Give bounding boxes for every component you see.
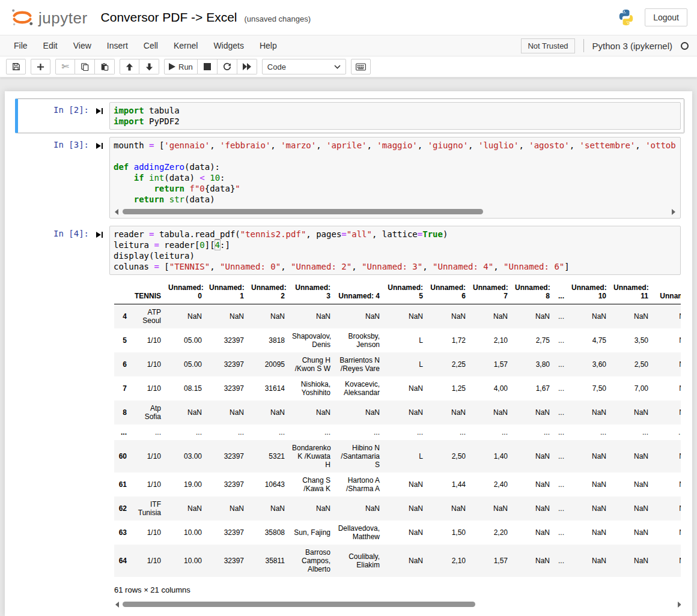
- table-row: 601/1003.00323975321Bondarenko K /Kuwata…: [114, 440, 681, 473]
- restart-icon: [223, 62, 231, 71]
- menu-kernel[interactable]: Kernel: [166, 36, 205, 55]
- menu-insert[interactable]: Insert: [99, 36, 136, 55]
- code-cell[interactable]: In [3]:mounth = ['gennaio', 'febbraio', …: [15, 133, 684, 222]
- table-cell: NaN: [511, 521, 553, 545]
- row-index: 8: [114, 400, 130, 424]
- dataframe-scroll-container[interactable]: TENNISUnnamed: 0Unnamed: 1Unnamed: 2Unna…: [114, 280, 681, 577]
- table-cell: NaN: [288, 400, 334, 424]
- table-cell: 1,40: [469, 440, 511, 473]
- run-cell-icon[interactable]: [89, 106, 109, 116]
- table-cell: ...: [288, 424, 334, 440]
- code-cell[interactable]: In [2]:import tabulaimport PyPDF2: [15, 98, 684, 133]
- table-cell: ...: [469, 424, 511, 440]
- table-cell: ...: [553, 497, 568, 521]
- logout-button[interactable]: Logout: [645, 8, 687, 26]
- table-cell: NaN: [205, 304, 248, 329]
- table-cell: NaN: [568, 440, 610, 473]
- table-cell: Chung H /Kwon S W: [288, 352, 334, 376]
- menu-file[interactable]: File: [6, 36, 35, 55]
- cell-input-row: In [2]:import tabulaimport PyPDF2: [21, 102, 681, 130]
- table-cell: ...: [553, 424, 568, 440]
- table-cell: NaN: [610, 521, 652, 545]
- scroll-thumb[interactable]: [123, 602, 475, 607]
- code-editor[interactable]: mounth = ['gennaio', 'febbraio', 'marzo'…: [109, 137, 681, 219]
- table-cell: 7,00: [610, 376, 652, 400]
- input-prompt: In [4]:: [53, 229, 89, 238]
- table-cell: N: [652, 400, 681, 424]
- row-index: 64: [114, 545, 130, 577]
- table-cell: NaN: [288, 497, 334, 521]
- table-cell: ...: [553, 328, 568, 352]
- code-cell[interactable]: In [4]:reader = tabula.read_pdf("tennis2…: [15, 222, 684, 615]
- run-bar-icon: [102, 143, 103, 149]
- table-cell: NaN: [165, 497, 205, 521]
- add-cell-button[interactable]: [31, 59, 50, 74]
- scroll-left-arrow-icon[interactable]: [115, 602, 119, 608]
- output-area: TENNISUnnamed: 0Unnamed: 1Unnamed: 2Unna…: [109, 277, 681, 612]
- notebook-title[interactable]: Conversor PDF -> Excel: [101, 10, 237, 25]
- scroll-right-arrow-icon[interactable]: [672, 209, 675, 215]
- table-cell: NaN: [610, 400, 652, 424]
- move-up-button[interactable]: [120, 59, 139, 74]
- checkpoint-status: (unsaved changes): [245, 14, 311, 23]
- restart-run-all-button[interactable]: [237, 59, 257, 74]
- menu-widgets[interactable]: Widgets: [205, 36, 252, 55]
- table-cell: NaN: [205, 497, 248, 521]
- scroll-thumb[interactable]: [123, 209, 483, 214]
- menu-view[interactable]: View: [65, 36, 99, 55]
- not-trusted-badge[interactable]: Not Trusted: [521, 38, 574, 53]
- run-cell-icon[interactable]: [89, 140, 109, 151]
- table-cell: NaN: [469, 497, 511, 521]
- table-cell: N: [652, 521, 681, 545]
- table-cell: 1,25: [427, 376, 469, 400]
- run-button[interactable]: Run: [164, 59, 198, 74]
- table-row: 71/1008.153239731614Nishioka, YoshihitoK…: [114, 376, 681, 400]
- table-cell: ...: [553, 473, 568, 497]
- table-cell: 10.00: [165, 545, 205, 577]
- command-palette-button[interactable]: [351, 59, 371, 74]
- scroll-left-arrow-icon[interactable]: [115, 209, 118, 215]
- table-cell: Coulibaly, Eliakim: [334, 545, 383, 577]
- menu-edit[interactable]: Edit: [35, 36, 65, 55]
- menu-help[interactable]: Help: [252, 36, 285, 55]
- table-cell: NaN: [248, 497, 288, 521]
- code-editor-hscrollbar[interactable]: [114, 208, 677, 216]
- kernel-name: Python 3 (ipykernel): [592, 41, 672, 51]
- table-cell: 31614: [248, 376, 288, 400]
- table-cell: NaN: [568, 473, 610, 497]
- cell-type-select[interactable]: Code: [262, 59, 346, 74]
- copy-button[interactable]: [75, 59, 95, 74]
- restart-kernel-button[interactable]: [218, 59, 237, 74]
- table-cell: 2,10: [469, 328, 511, 352]
- table-cell: Bondarenko K /Kuwata H: [288, 440, 334, 473]
- table-cell: NaN: [165, 304, 205, 329]
- column-header: ...: [553, 280, 568, 304]
- header: jupyter Conversor PDF -> Excel (unsaved …: [0, 0, 697, 77]
- scroll-right-arrow-icon[interactable]: [678, 602, 681, 608]
- paste-button[interactable]: [95, 59, 115, 74]
- table-cell: 2,40: [469, 473, 511, 497]
- code-editor[interactable]: reader = tabula.read_pdf("tennis2.pdf", …: [109, 226, 681, 275]
- table-cell: NaN: [427, 400, 469, 424]
- table-cell: 2,25: [427, 352, 469, 376]
- run-cell-icon[interactable]: [89, 229, 109, 240]
- table-cell: NaN: [383, 304, 427, 329]
- save-button[interactable]: [6, 59, 26, 74]
- output-hscrollbar[interactable]: [114, 600, 681, 608]
- table-cell: 2,50: [427, 440, 469, 473]
- table-cell: 20095: [248, 352, 288, 376]
- row-index: 62: [114, 497, 130, 521]
- code-editor[interactable]: import tabulaimport PyPDF2: [109, 102, 681, 130]
- table-cell: ...: [248, 424, 288, 440]
- table-cell: NaN: [334, 400, 383, 424]
- menu-cell[interactable]: Cell: [136, 36, 166, 55]
- move-down-button[interactable]: [139, 59, 159, 74]
- table-cell: 32397: [205, 545, 248, 577]
- stop-icon: [204, 63, 211, 70]
- row-index: 63: [114, 521, 130, 545]
- jupyter-logo[interactable]: jupyter: [10, 6, 88, 29]
- cut-button[interactable]: ✄: [55, 59, 75, 74]
- interrupt-kernel-button[interactable]: [198, 59, 218, 74]
- table-cell: 1,50: [427, 521, 469, 545]
- table-cell: NaN: [383, 521, 427, 545]
